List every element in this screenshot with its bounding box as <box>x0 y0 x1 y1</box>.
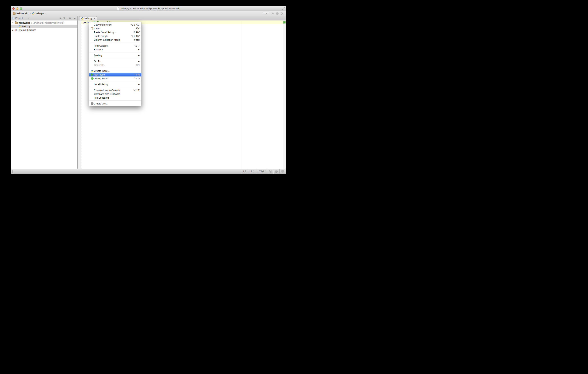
toolbar-divider <box>67 17 67 20</box>
toolwindow-toggle-icon[interactable] <box>12 170 12 173</box>
minimize-window-button[interactable] <box>16 7 18 10</box>
tree-expanded-icon[interactable]: ▼ <box>12 22 14 24</box>
event-log-widget[interactable] <box>279 169 286 174</box>
menu-item-execute-line-in-console[interactable]: Execute Line in Console⌥⇧E <box>89 88 141 92</box>
menu-item-paste-from-history[interactable]: Paste from History...⇧⌘V <box>89 30 141 34</box>
run-configuration-dropdown[interactable]: ▾ <box>263 12 269 15</box>
tree-node-path: (~/PycharmProjects/helloworld) <box>32 21 64 24</box>
inspection-status-indicator[interactable] <box>283 21 285 23</box>
python-file-icon <box>81 17 84 20</box>
tree-row-hello-py[interactable]: hello.py <box>11 25 77 28</box>
run-icon <box>91 73 93 76</box>
menu-item-paste[interactable]: Paste⌘V <box>89 26 141 30</box>
project-panel-title: Project <box>15 17 23 20</box>
menu-item-refactor[interactable]: Refactor▶ <box>89 47 141 51</box>
stepper-icon <box>265 171 266 172</box>
project-panel-header[interactable]: Project ▾ ⊕ ⇅ ⚙▾ ⇤ <box>11 16 78 20</box>
submenu-arrow-icon: ▶ <box>138 54 140 56</box>
line-ending-widget[interactable]: LF <box>248 169 256 174</box>
tree-row-helloworld[interactable]: ▼ helloworld (~/PycharmProjects/hellowor… <box>11 21 77 25</box>
menu-item-local-history[interactable]: Local History▶ <box>89 82 141 86</box>
desktop-background: hello.py – helloworld – [~/PycharmProjec… <box>0 0 294 187</box>
github-octocat-icon <box>91 102 94 105</box>
document-icon <box>117 7 119 10</box>
debug-bug-icon <box>91 77 94 80</box>
menu-item-compare-with-clipboard[interactable]: Compare with Clipboard <box>89 92 141 96</box>
folder-icon <box>13 12 16 15</box>
readonly-lock-widget[interactable] <box>268 169 273 174</box>
run-button-disabled-icon[interactable] <box>272 12 274 15</box>
navigation-bar: helloworld › hello.py › ▾ <box>11 11 286 16</box>
debug-button-disabled-icon[interactable] <box>276 12 278 15</box>
clipboard-icon <box>91 27 93 30</box>
collapse-all-icon[interactable]: ⇅ <box>63 17 65 20</box>
breadcrumb-file[interactable]: hello.py <box>32 12 44 15</box>
tab-hello-py[interactable]: hello.py × <box>79 16 97 20</box>
tree-collapsed-icon[interactable]: ▶ <box>12 29 14 31</box>
python-file-icon <box>19 25 21 28</box>
header-row: Project ▾ ⊕ ⇅ ⚙▾ ⇤ hello.py × <box>11 16 286 21</box>
title-bar[interactable]: hello.py – helloworld – [~/PycharmProjec… <box>11 6 286 11</box>
tree-row-external-libraries[interactable]: ▶ External Libraries <box>11 28 77 32</box>
editor-tab-strip: hello.py × <box>78 16 286 20</box>
inspection-profile-widget[interactable] <box>273 169 279 174</box>
menu-separator <box>89 87 141 87</box>
folder-icon <box>15 22 18 24</box>
zoom-window-button[interactable] <box>20 7 22 10</box>
unlock-icon <box>270 171 272 173</box>
submenu-arrow-icon: ▶ <box>138 60 140 62</box>
chevron-right-icon: › <box>45 12 46 15</box>
menu-item-copy-reference[interactable]: Copy Reference⌥⇧⌘C <box>89 23 141 26</box>
tab-label: hello.py <box>84 17 92 20</box>
project-tree-panel: ▼ helloworld (~/PycharmProjects/hellowor… <box>11 21 78 169</box>
chevron-down-icon: ▾ <box>28 17 29 19</box>
encoding-widget[interactable]: UTF-8 <box>256 169 268 174</box>
locate-source-icon[interactable]: ⊕ <box>59 17 62 20</box>
pycharm-window: hello.py – helloworld – [~/PycharmProjec… <box>11 6 286 174</box>
menu-separator <box>89 58 141 58</box>
window-title: hello.py – helloworld – [~/PycharmProjec… <box>121 7 179 10</box>
speech-bubble-icon <box>281 170 284 172</box>
hide-panel-icon[interactable]: ⇤ <box>74 17 76 20</box>
stepper-icon <box>253 171 254 172</box>
close-tab-icon[interactable]: × <box>94 17 95 20</box>
menu-item-create-hello[interactable]: Create 'hello'... <box>89 69 141 73</box>
menu-item-run-hello[interactable]: Run 'hello'⌃⇧R <box>89 73 141 76</box>
menu-item-find-usages[interactable]: Find Usages⌥F7 <box>89 44 141 47</box>
editor-scrollbar-track[interactable] <box>283 21 286 169</box>
chevron-right-icon: › <box>30 12 31 15</box>
caret-position-widget[interactable]: 1:5 <box>241 169 248 174</box>
menu-item-create-gist[interactable]: Create Gist... <box>89 102 141 106</box>
breadcrumb-project[interactable]: helloworld <box>12 12 29 15</box>
editor-context-menu: Copy Reference⌥⇧⌘C Paste⌘V Paste from Hi… <box>89 22 142 106</box>
gear-caret-icon: ▾ <box>72 17 73 19</box>
menu-separator <box>89 43 141 43</box>
search-icon[interactable] <box>281 12 283 15</box>
menu-item-go-to[interactable]: Go To▶ <box>89 59 141 63</box>
submenu-arrow-icon: ▶ <box>138 48 140 51</box>
tree-node-name: helloworld <box>19 21 31 24</box>
right-margin-guide <box>241 21 241 169</box>
menu-item-file-encoding[interactable]: File Encoding <box>89 96 141 100</box>
menu-item-folding[interactable]: Folding▶ <box>89 53 141 57</box>
project-panel-icon <box>12 17 14 19</box>
menu-item-generate: Generate...⌘N <box>89 63 141 67</box>
menu-separator <box>89 68 141 68</box>
gear-icon[interactable]: ⚙ <box>69 17 71 20</box>
menu-separator <box>89 100 141 101</box>
menu-item-paste-simple[interactable]: Paste Simple⌥⇧⌘V <box>89 34 141 38</box>
menu-separator <box>89 52 141 53</box>
content-row: ▼ helloworld (~/PycharmProjects/hellowor… <box>11 21 286 169</box>
menu-item-column-selection-mode[interactable]: Column Selection Mode⇧⌘8 <box>89 38 141 42</box>
traffic-lights <box>12 7 22 10</box>
submenu-arrow-icon: ▶ <box>138 83 140 85</box>
python-icon <box>91 69 94 72</box>
python-file-icon <box>32 12 35 15</box>
close-window-button[interactable] <box>12 7 15 10</box>
libraries-icon <box>15 29 17 31</box>
menu-item-debug-hello[interactable]: Debug 'hello'⌃⇧D <box>89 76 141 80</box>
tree-node-name: hello.py <box>22 25 30 28</box>
fullscreen-icon[interactable] <box>282 7 285 10</box>
status-bar: 1:5 LF UTF-8 <box>11 169 286 174</box>
menu-separator <box>89 81 141 81</box>
